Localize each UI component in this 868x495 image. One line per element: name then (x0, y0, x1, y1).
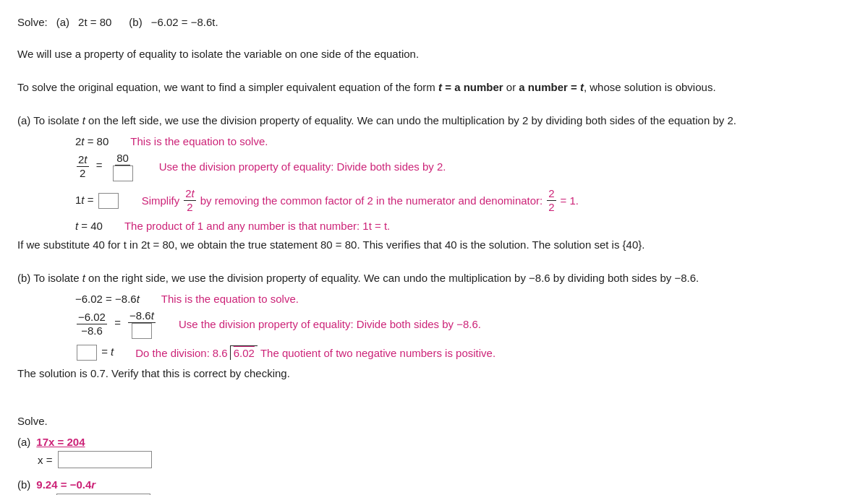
solve-section-label: Solve. (17, 413, 851, 430)
intro-paragraph-1: We will use a property of equality to is… (17, 46, 851, 63)
step2-lhs: 2t 2 = 80 (75, 152, 137, 181)
part-b-verification: The solution is 0.7. Verify that this is… (17, 365, 851, 382)
problem-a-input-row: x = (38, 451, 851, 468)
b-step1-eq: −6.02 = −8.6t (75, 293, 140, 305)
step3-eq: 1t = (75, 193, 120, 209)
b-step3-pre: Do the division: (135, 347, 210, 359)
part-a-description: (a) To isolate t on the left side, we us… (17, 112, 851, 129)
problem-b-label: (b) (17, 478, 30, 491)
b-long-div: 8.66.02 (213, 345, 258, 360)
problem-a-header: (a) 17x = 204 (17, 436, 851, 448)
step3-comment: Simplify 2t 2 by removing the common fac… (142, 187, 579, 214)
b-step3-post: The quotient of two negative numbers is … (260, 347, 495, 359)
part-a-equation: 2t = 80 (78, 16, 111, 28)
b-step1-comment: This is the equation to solve. (161, 293, 299, 305)
b-step3-comment: Do the division: 8.66.02 The quotient of… (135, 345, 495, 360)
part-b-label: (b) (129, 16, 142, 28)
step3-mid-text: by removing the common factor of 2 in th… (200, 194, 543, 207)
step1-comment: This is the equation to solve. (130, 135, 268, 147)
problem-a-var-label: x = (38, 454, 52, 466)
intro-paragraph-2: To solve the original equation, we want … (17, 79, 851, 96)
step2-comment: Use the division property of equality: D… (159, 160, 446, 173)
step4-eq: t = 40 (75, 220, 103, 232)
problem-b-block: (b) 9.24 = −0.4r r = (17, 478, 851, 495)
part-a-verification: If we substitute 40 for t in 2t = 80, we… (17, 236, 851, 254)
b-step2-lhs: −6.02 −8.6 = −8.6t (75, 309, 157, 339)
solve-label: Solve: (17, 16, 48, 28)
problem-a-input[interactable] (58, 451, 152, 468)
step1-lhs: 2t = 80 (75, 135, 109, 147)
simplify-label: Simplify (142, 194, 180, 207)
part-b-description: (b) To isolate t on the right side, we u… (17, 270, 851, 287)
problem-a-block: (a) 17x = 204 x = (17, 436, 851, 468)
problem-a-equation: 17x = 204 (36, 436, 85, 448)
step4-comment: The product of 1 and any number is that … (124, 220, 390, 232)
problem-a-label: (a) (17, 436, 30, 448)
b-step3-eq: = t (75, 345, 114, 361)
part-a-label: (a) (56, 16, 69, 28)
problem-b-equation: 9.24 = −0.4r (36, 478, 95, 491)
part-b-equation: −6.02 = −8.6t. (151, 16, 218, 28)
problem-b-header: (b) 9.24 = −0.4r (17, 478, 851, 491)
b-step2-comment: Use the division property of equality: D… (179, 318, 481, 330)
step3-post-text: = 1. (561, 194, 579, 207)
